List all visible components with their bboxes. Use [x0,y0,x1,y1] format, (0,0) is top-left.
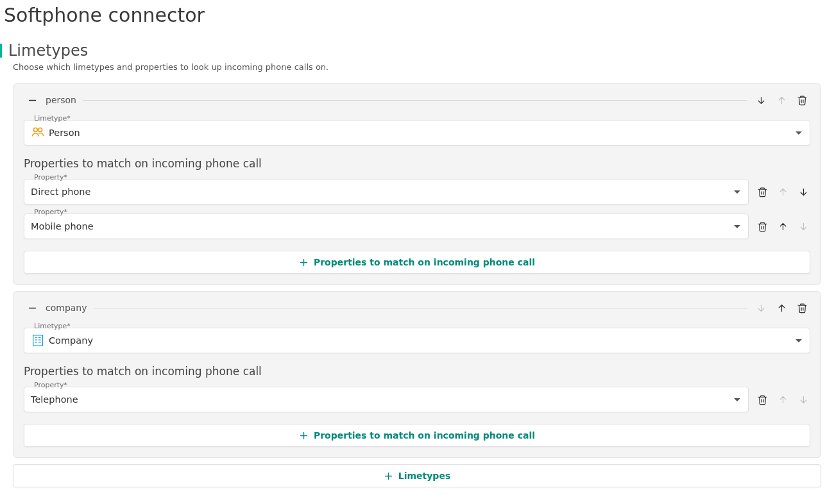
delete-property-button[interactable] [755,185,769,199]
properties-heading: Properties to match on incoming phone ca… [24,365,810,378]
move-property-up-button[interactable] [776,219,790,233]
person-icon [31,126,46,140]
limetype-group-person: person Limetype* Person Properties to ma… [13,83,821,285]
limetype-select[interactable]: Company [24,328,810,353]
section-subtitle: Choose which limetypes and properties to… [13,62,834,72]
limetype-value: Company [49,335,796,346]
add-limetype-label: Limetypes [398,471,450,481]
company-icon [31,333,46,348]
chevron-down-icon [734,225,740,228]
page-title: Softphone connector [4,4,834,26]
collapse-icon[interactable] [25,301,39,315]
property-select[interactable]: Telephone [24,387,749,412]
delete-property-button[interactable] [755,392,769,407]
move-up-button [774,93,788,107]
limetype-value: Person [49,128,796,138]
property-row: Property* Mobile phone [24,214,810,239]
limetype-field-label: Limetype* [33,114,72,122]
limetype-group-company: company Limetype* Company Properties to … [13,291,821,458]
section-title: Limetypes [8,42,88,60]
delete-property-button[interactable] [755,219,769,233]
property-value: Telephone [31,394,734,405]
add-property-label: Properties to match on incoming phone ca… [314,430,535,441]
limetype-field-label: Limetype* [33,322,72,330]
add-property-button[interactable]: Properties to match on incoming phone ca… [24,251,810,274]
move-down-button [754,301,768,315]
chevron-down-icon [734,190,740,194]
property-row: Property* Telephone [24,387,810,412]
move-up-button[interactable] [774,301,788,315]
property-field-label: Property* [33,381,69,389]
add-property-button[interactable]: Properties to match on incoming phone ca… [24,424,810,447]
delete-button[interactable] [795,93,809,107]
collapse-icon[interactable] [25,93,39,107]
chevron-down-icon [796,131,802,135]
property-field-label: Property* [33,208,69,216]
group-label: person [46,95,76,105]
plus-icon [299,431,309,441]
move-property-down-button [796,392,810,407]
group-label: company [46,303,87,313]
move-property-down-button[interactable] [796,185,810,199]
accent-bar [0,44,2,58]
move-property-up-button [776,185,790,199]
add-property-label: Properties to match on incoming phone ca… [314,257,535,267]
property-row: Property* Direct phone [24,179,810,205]
group-header: company [24,297,810,319]
chevron-down-icon [796,339,802,342]
property-select[interactable]: Mobile phone [24,214,749,239]
property-value: Mobile phone [31,221,734,231]
delete-button[interactable] [795,301,809,315]
property-value: Direct phone [31,187,734,197]
limetype-select[interactable]: Person [24,120,810,146]
plus-icon [299,258,309,267]
add-limetype-button[interactable]: Limetypes [13,464,821,487]
move-property-down-button [796,219,810,233]
chevron-down-icon [734,398,740,401]
divider [94,308,747,308]
section-heading: Limetypes [0,42,834,60]
group-header: person [24,89,810,111]
divider [83,100,747,101]
property-field-label: Property* [33,173,69,181]
move-property-up-button [776,392,790,407]
properties-heading: Properties to match on incoming phone ca… [24,157,810,170]
plus-icon [384,471,393,481]
property-select[interactable]: Direct phone [24,179,749,205]
move-down-button[interactable] [754,93,768,107]
